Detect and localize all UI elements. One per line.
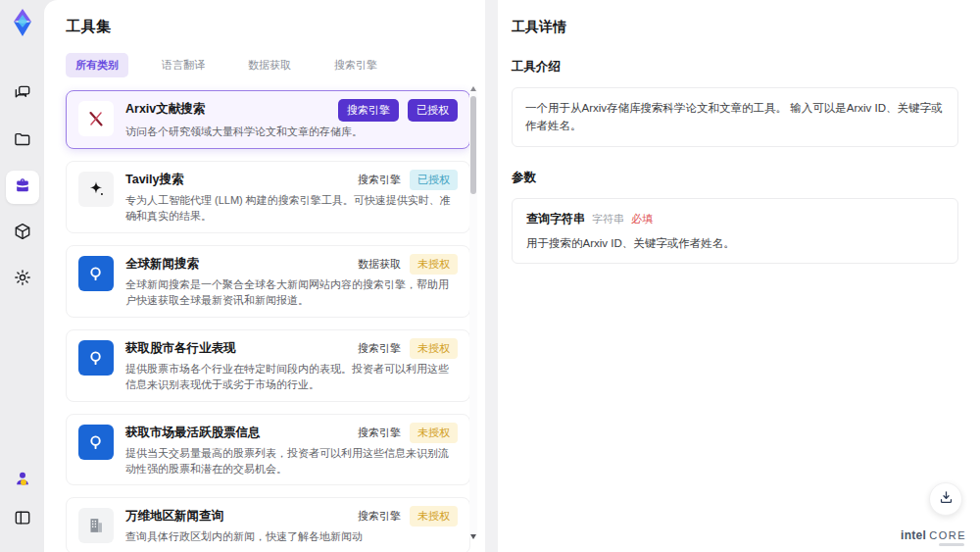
tool-card[interactable]: 获取市场最活跃股票信息搜索引擎未授权提供当天交易量最高的股票列表，投资者可以利用… — [66, 414, 470, 486]
category-badge: 数据获取 — [358, 257, 401, 272]
building-icon — [78, 508, 114, 543]
status-badge: 未授权 — [410, 338, 458, 359]
tool-card[interactable]: 获取股市各行业表现搜索引擎未授权提供股票市场各个行业在特定时间段内的表现。投资者… — [66, 329, 470, 402]
intro-section-title: 工具介绍 — [512, 59, 958, 75]
chat-icon — [13, 83, 32, 107]
tool-card[interactable]: Arxiv文献搜索搜索引擎已授权访问各个研究领域大量科学论文和文章的存储库。 — [66, 90, 470, 149]
tool-badges: 数据获取未授权 — [358, 254, 458, 275]
package-icon — [13, 222, 32, 245]
news-search-icon — [78, 340, 114, 376]
param-description: 用于搜索的Arxiv ID、关键字或作者姓名。 — [526, 236, 944, 251]
tool-card[interactable]: Tavily搜索搜索引擎已授权专为人工智能代理 (LLM) 构建的搜索引擎工具。… — [66, 161, 470, 233]
tool-card-header: Tavily搜索搜索引擎已授权 — [125, 170, 458, 190]
tool-badges: 搜索引擎未授权 — [358, 338, 458, 359]
tab-3[interactable]: 搜索引擎 — [324, 53, 387, 77]
arxiv-icon — [78, 101, 114, 136]
tool-description: 访问各个研究领域大量科学论文和文章的存储库。 — [125, 125, 458, 140]
sidebar-item-user[interactable] — [6, 464, 39, 497]
user-status-dot — [21, 479, 26, 485]
app-sidebar — [0, 0, 44, 552]
tool-card-body: Tavily搜索搜索引擎已授权专为人工智能代理 (LLM) 构建的搜索引擎工具。… — [125, 170, 458, 225]
toolbox-icon — [13, 176, 32, 199]
tool-name: 获取股市各行业表现 — [125, 338, 236, 357]
status-badge: 已授权 — [408, 99, 458, 122]
tab-1[interactable]: 语言翻译 — [152, 53, 215, 77]
tool-card-header: 获取市场最活跃股票信息搜索引擎未授权 — [125, 423, 458, 443]
scroll-down-icon[interactable] — [470, 534, 476, 539]
sidebar-item-panel-toggle[interactable] — [6, 503, 39, 536]
news-search-icon — [78, 256, 114, 291]
category-badge: 搜索引擎 — [358, 341, 401, 356]
tab-2[interactable]: 数据获取 — [238, 53, 301, 77]
tool-description: 专为人工智能代理 (LLM) 构建的搜索引擎工具。可快速提供实时、准确和真实的结… — [125, 193, 458, 225]
sidebar-item-folder[interactable] — [6, 125, 39, 158]
tab-0[interactable]: 所有类别 — [66, 53, 128, 77]
param-required-badge: 必填 — [631, 212, 653, 226]
sidebar-item-settings[interactable] — [6, 263, 39, 296]
download-button[interactable] — [929, 482, 962, 516]
status-badge: 未授权 — [410, 506, 458, 527]
tool-card[interactable]: 万维地区新闻查询搜索引擎未授权查询具体行政区划内的新闻，快速了解各地新闻动 — [66, 497, 470, 552]
tool-card-body: 获取股市各行业表现搜索引擎未授权提供股票市场各个行业在特定时间段内的表现。投资者… — [125, 338, 458, 393]
category-tabs: 所有类别语言翻译数据获取搜索引擎 — [66, 53, 485, 77]
list-scrollbar[interactable] — [469, 86, 477, 539]
category-badge: 搜索引擎 — [358, 173, 401, 187]
scroll-up-icon[interactable] — [470, 86, 476, 91]
tool-intro-text: 一个用于从Arxiv存储库搜索科学论文和文章的工具。 输入可以是Arxiv ID… — [512, 87, 958, 147]
main-surface: 工具集 所有类别语言翻译数据获取搜索引擎 Arxiv文献搜索搜索引擎已授权访问各… — [44, 0, 980, 552]
tool-detail-panel: 工具详情 工具介绍 一个用于从Arxiv存储库搜索科学论文和文章的工具。 输入可… — [498, 0, 980, 552]
news-search-icon — [78, 425, 114, 460]
param-type: 字符串 — [592, 212, 624, 226]
status-badge: 未授权 — [410, 423, 458, 443]
sparkle-icon — [78, 172, 114, 207]
tool-card[interactable]: 全球新闻搜索数据获取未授权全球新闻搜索是一个聚合全球各大新闻网站内容的搜索引擎，… — [66, 245, 470, 318]
tool-card-header: Arxiv文献搜索搜索引擎已授权 — [125, 99, 458, 122]
sidebar-item-package[interactable] — [6, 217, 39, 250]
tool-badges: 搜索引擎未授权 — [358, 423, 458, 443]
tool-name: Tavily搜索 — [125, 170, 184, 188]
tool-badges: 搜索引擎已授权 — [338, 99, 458, 122]
tool-card-body: Arxiv文献搜索搜索引擎已授权访问各个研究领域大量科学论文和文章的存储库。 — [125, 99, 458, 140]
params-section-title: 参数 — [512, 170, 958, 186]
tool-card-header: 万维地区新闻查询搜索引擎未授权 — [125, 506, 458, 527]
tool-description: 查询具体行政区划内的新闻，快速了解各地新闻动 — [125, 529, 458, 545]
parameter-card: 查询字符串 字符串 必填 用于搜索的Arxiv ID、关键字或作者姓名。 — [512, 198, 958, 264]
tool-name: 万维地区新闻查询 — [125, 506, 223, 525]
category-badge: 搜索引擎 — [358, 509, 401, 524]
tool-card-body: 全球新闻搜索数据获取未授权全球新闻搜索是一个聚合全球各大新闻网站内容的搜索引擎，… — [125, 254, 458, 309]
tool-description: 提供当天交易量最高的股票列表，投资者可以利用这些信息来识别流动性强的股票和潜在的… — [125, 446, 458, 477]
intel-core-logo: intel CORE — [901, 528, 966, 542]
tool-description: 全球新闻搜索是一个聚合全球各大新闻网站内容的搜索引擎，帮助用户快速获取全球最新资… — [125, 277, 458, 309]
sidebar-nav — [6, 78, 39, 309]
tool-list: Arxiv文献搜索搜索引擎已授权访问各个研究领域大量科学论文和文章的存储库。Ta… — [66, 90, 470, 552]
panel-divider — [485, 0, 498, 552]
tool-card-body: 获取市场最活跃股票信息搜索引擎未授权提供当天交易量最高的股票列表，投资者可以利用… — [125, 423, 458, 477]
tools-panel: 工具集 所有类别语言翻译数据获取搜索引擎 Arxiv文献搜索搜索引擎已授权访问各… — [44, 0, 485, 552]
tool-name: Arxiv文献搜索 — [125, 99, 205, 118]
tool-description: 提供股票市场各个行业在特定时间段内的表现。投资者可以利用这些信息来识别表现优于或… — [125, 362, 458, 393]
status-badge: 未授权 — [410, 254, 458, 275]
sidebar-item-chat[interactable] — [6, 78, 39, 112]
panel-icon — [13, 508, 32, 531]
detail-title: 工具详情 — [512, 19, 958, 36]
sidebar-bottom — [6, 464, 39, 542]
status-badge: 已授权 — [410, 170, 458, 190]
tool-badges: 搜索引擎未授权 — [358, 506, 458, 527]
app-logo — [6, 6, 39, 39]
sidebar-item-tools[interactable] — [6, 171, 39, 204]
param-name: 查询字符串 — [526, 211, 585, 227]
user-icon — [13, 469, 32, 492]
core-wordmark: CORE — [929, 529, 966, 541]
tool-name: 获取市场最活跃股票信息 — [125, 423, 261, 441]
settings-icon — [13, 268, 32, 291]
tool-card-header: 全球新闻搜索数据获取未授权 — [125, 254, 458, 275]
download-icon — [938, 489, 955, 510]
core-underline — [939, 543, 964, 546]
folder-icon — [13, 129, 32, 153]
category-badge: 搜索引擎 — [358, 426, 401, 440]
tool-name: 全球新闻搜索 — [125, 254, 199, 273]
scrollbar-thumb[interactable] — [470, 96, 476, 194]
tool-card-header: 获取股市各行业表现搜索引擎未授权 — [125, 338, 458, 359]
page-title: 工具集 — [66, 18, 485, 36]
tool-badges: 搜索引擎已授权 — [358, 170, 458, 190]
